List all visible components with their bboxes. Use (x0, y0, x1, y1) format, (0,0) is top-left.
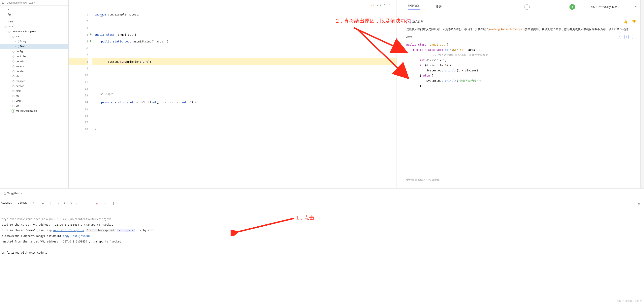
tree-label: ws (16, 104, 19, 107)
tree-node-enums[interactable]: ›▢enums (0, 64, 68, 69)
stop-icon[interactable]: ▣ (42, 202, 44, 205)
tree-node-ws[interactable]: ›▢ws (0, 103, 68, 108)
pkg-icon: ▢ (12, 99, 15, 103)
tree-node-aai[interactable]: ⌄▢aai (0, 34, 68, 39)
tree-label: MpTestApplication (16, 109, 37, 112)
tab-qa[interactable]: 智能问答 (408, 4, 420, 9)
tree-label: enums (16, 65, 24, 68)
cls-icon: C (16, 45, 19, 48)
tree-label: service (16, 85, 24, 88)
thumbs-up-icon[interactable]: 👍 (623, 19, 628, 24)
tree-node-a[interactable]: a (0, 7, 68, 12)
run-tab[interactable]: ▢TongyiTest✕ (1, 191, 25, 196)
layout-icon[interactable]: ⊞ (638, 202, 640, 205)
editor-gutter[interactable]: 123456789101112131415161718 (68, 11, 92, 188)
run-gutter-icon[interactable] (90, 33, 92, 36)
tree-label: tm (16, 94, 19, 97)
tree-node-fig[interactable]: fig (0, 12, 68, 17)
tab-search[interactable]: 搜索 (436, 5, 442, 9)
tree-node-test[interactable]: CTest (0, 44, 68, 49)
assistant-code-block[interactable]: public class TongyiTest { public static … (406, 42, 636, 89)
editor-code[interactable]: package com.example.mptest; public class… (92, 11, 396, 188)
tree-label: Song (20, 40, 26, 43)
user-label[interactable]: hi5013****@aliyun.co.. (591, 5, 619, 8)
pkg-icon: ▢ (12, 35, 15, 38)
assistant-logo-icon: ✦ (406, 19, 411, 24)
more-icon[interactable]: ⋮ (112, 202, 115, 205)
mute-bp-icon[interactable]: ⊘ (96, 202, 98, 205)
subtab-variables[interactable]: Variables (1, 202, 12, 205)
pkg-icon: ▢ (8, 30, 11, 33)
assistant-input[interactable]: 继续提问或输入"/"快捷操作 → (406, 175, 636, 185)
create-breakpoint-button[interactable]: Create breakpoint (86, 229, 116, 232)
pkg-icon: ▢ (12, 74, 15, 78)
console-output[interactable]: ary/Java/JavaVirtualMachines/jdk1.8.0_27… (0, 208, 644, 264)
pkg-icon: ▢ (12, 104, 15, 108)
tree-node-nain[interactable]: nain (0, 19, 68, 24)
copy-code-icon[interactable]: ⧉ (624, 35, 628, 39)
pkg-icon: ▢ (12, 60, 15, 63)
tree-node-mapper[interactable]: ›▢mapper (0, 79, 68, 84)
ai-assistant-panel: 智能问答 搜索 + h hi5013****@aliyun.co.. ▼ ✦ 通… (396, 0, 644, 188)
tree-node-song[interactable]: CSong (0, 39, 68, 44)
checks-badge[interactable]: ✔ 1 (377, 4, 381, 7)
pause-icon[interactable]: ⏸ (63, 202, 66, 205)
new-chat-button[interactable]: + (524, 4, 530, 10)
user-menu-caret[interactable]: ▼ (635, 6, 637, 8)
assistant-message: 这段代码中的错误是除以零，因为除数为0是不可行的，所以导致了java.lang.… (406, 27, 636, 32)
right-gutter[interactable]: ⋯ (640, 0, 644, 188)
cls_green-icon: C (12, 109, 15, 113)
project-tree-panel: st ~/Documents/e/new_study afignain⌄▢jav… (0, 0, 68, 188)
resume-icon[interactable]: ▷ (57, 202, 59, 205)
view-bp-icon[interactable]: ⊘ (104, 202, 106, 205)
tree-label: fig (8, 13, 11, 16)
tree-node-work[interactable]: ›▢work (0, 98, 68, 103)
tree-node-mptestapplication[interactable]: CMpTestApplication (0, 108, 68, 113)
tree-node-handler[interactable]: ›▢handler (0, 69, 68, 74)
tree-label: controller (16, 55, 26, 58)
rerun-icon[interactable]: ↻ (33, 202, 36, 205)
pkg-icon: ▢ (12, 94, 15, 98)
step-into-icon[interactable]: ↓ (76, 202, 77, 205)
new-file-icon[interactable]: ＋ (632, 35, 636, 39)
tree-node-com-example-mptest[interactable]: ⌄▢com.example.mptest (0, 29, 68, 34)
avatar[interactable]: h (570, 4, 575, 10)
tree-node-service[interactable]: ›▢service (0, 84, 68, 89)
blank-icon (4, 7, 7, 11)
tree-node-config[interactable]: ›▢config (0, 49, 68, 54)
close-icon[interactable]: ✕ (20, 192, 22, 195)
step-over-icon[interactable]: ↷ (70, 202, 72, 205)
send-icon[interactable]: → (632, 178, 636, 182)
step-out-icon[interactable]: ↑ (81, 202, 83, 205)
tree-label: config (16, 50, 23, 53)
insert-code-icon[interactable]: ⇥ (617, 35, 621, 39)
pkg-icon: ▢ (12, 64, 15, 68)
tree-node-task[interactable]: ›▢task (0, 89, 68, 93)
pkg-icon: ▢ (12, 89, 15, 93)
subtab-console[interactable]: Console (18, 201, 27, 205)
tree-node-tm[interactable]: ›▢tm (0, 93, 68, 98)
thumbs-down-icon[interactable]: 👎 (632, 19, 636, 24)
editor: ⚠ 6 ✔ 1 ˄ ˅ 123456789101112131415161718 … (68, 0, 396, 188)
pkg-icon: ▢ (4, 25, 7, 28)
blank-icon (4, 20, 7, 23)
tree-label: mapper (16, 80, 25, 83)
warnings-badge[interactable]: ⚠ 6 (370, 4, 374, 7)
breadcrumb[interactable]: st ~/Documents/e/new_study (0, 0, 68, 5)
run-gutter-icon[interactable] (90, 40, 92, 42)
tree-label: task (16, 90, 21, 92)
tree-node-jdk[interactable]: ›▢jdk (0, 74, 68, 79)
nav-up-down[interactable]: ˄ ˅ (384, 4, 391, 7)
tree-label: nain (8, 20, 13, 23)
tree-node-domain[interactable]: ›▢domain (0, 59, 68, 64)
run-panel: ▢TongyiTest✕ Variables Console ↻ ▣ | ▷ ⏸… (0, 188, 644, 304)
tree-label: handler (16, 70, 24, 73)
cls-icon: C (16, 40, 19, 43)
lingma-pill[interactable]: ✦ Lingma → (117, 229, 135, 232)
tree-node-java[interactable]: ⌄▢java (0, 24, 68, 29)
tree-label: Test (20, 45, 25, 48)
tree-node-controller[interactable]: ›▢controller (0, 54, 68, 59)
code-lang-label: Java (406, 35, 412, 38)
pkg-icon: ▢ (12, 50, 15, 53)
pkg-icon: ▢ (12, 55, 15, 58)
